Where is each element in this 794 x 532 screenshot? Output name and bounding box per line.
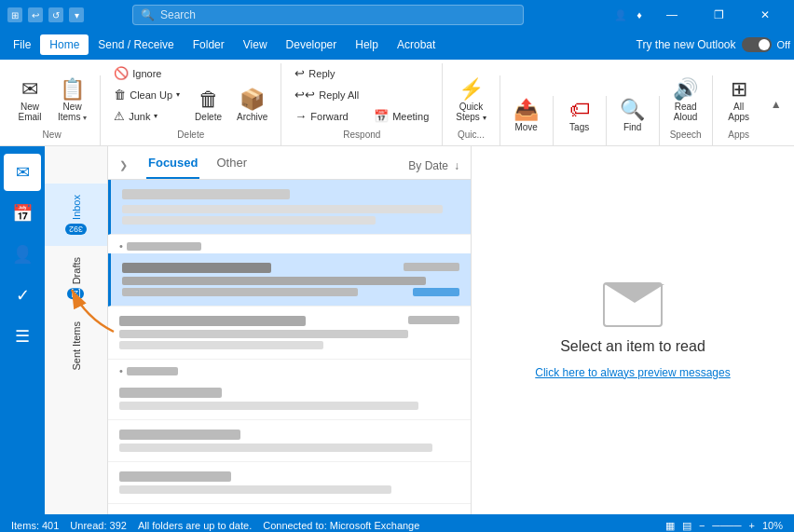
archive-label: Archive xyxy=(237,112,267,122)
search-placeholder: Search xyxy=(160,8,196,21)
undo-icon[interactable]: ↩ xyxy=(28,7,43,22)
new-email-label: NewEmail xyxy=(18,102,41,122)
new-outlook-toggle-switch[interactable] xyxy=(742,37,772,52)
junk-button[interactable]: ⚠ Junk▾ xyxy=(108,106,185,126)
ribbon-group-tags: 🏷 Tags xyxy=(554,96,607,145)
status-zoom-plus[interactable]: + xyxy=(749,520,755,531)
ribbon-find-items: 🔍 Find xyxy=(614,96,651,136)
mail-item[interactable] xyxy=(108,253,471,307)
mail-item[interactable] xyxy=(108,307,471,360)
menu-view[interactable]: View xyxy=(234,34,277,55)
ribbon-group-respond: ↩ Reply ↩↩ Reply All → Forward 📅 Meeting xyxy=(281,63,443,145)
new-email-button[interactable]: ✉ NewEmail xyxy=(11,75,48,126)
quick-access-icon[interactable]: ▾ xyxy=(69,7,84,22)
move-button[interactable]: 📤 Move xyxy=(508,96,545,136)
read-aloud-button[interactable]: 🔊 ReadAloud xyxy=(667,75,705,126)
meeting-icon: 📅 xyxy=(374,109,389,123)
diamond-icon[interactable]: ♦ xyxy=(632,7,647,22)
tags-icon: 🏷 xyxy=(569,100,590,120)
new-items-label: NewItems ▾ xyxy=(58,102,87,122)
reply-all-button[interactable]: ↩↩ Reply All xyxy=(289,85,364,104)
status-zoom-minus[interactable]: − xyxy=(699,520,705,531)
tab-other[interactable]: Other xyxy=(214,152,249,179)
ribbon-respond-items: ↩ Reply ↩↩ Reply All → Forward 📅 Meeting xyxy=(289,63,434,126)
status-view-icon-2[interactable]: ▤ xyxy=(682,520,691,532)
mail-sender-3 xyxy=(119,316,306,326)
status-unread: Unread: 392 xyxy=(70,520,127,531)
reply-label: Reply xyxy=(308,68,335,79)
quick-steps-icon: ⚡ xyxy=(459,79,484,100)
search-icon: 🔍 xyxy=(141,8,155,21)
menu-home[interactable]: Home xyxy=(40,34,89,55)
all-apps-button[interactable]: ⊞ AllApps xyxy=(720,75,758,126)
title-search-bar[interactable]: 🔍 Search xyxy=(132,5,524,25)
meeting-button[interactable]: 📅 Meeting xyxy=(368,106,434,126)
folder-sent[interactable]: Sent Items xyxy=(45,310,107,382)
clean-up-button[interactable]: 🗑 Clean Up▾ xyxy=(108,85,185,104)
mail-preview xyxy=(122,205,443,213)
reply-button[interactable]: ↩ Reply xyxy=(289,63,364,83)
reading-link[interactable]: Click here to always preview messages xyxy=(535,366,730,379)
reading-pane: Select an item to read Click here to alw… xyxy=(472,146,794,514)
ribbon: ✉ NewEmail 📋 NewItems ▾ New 🚫 Ignore 🗑 C… xyxy=(0,60,794,146)
menu-acrobat[interactable]: Acrobat xyxy=(388,34,445,55)
forward-button[interactable]: → Forward xyxy=(289,106,364,126)
mail-subject-4 xyxy=(119,402,418,410)
mail-item[interactable] xyxy=(108,378,471,420)
quick-steps-button[interactable]: ⚡ QuickSteps ▾ xyxy=(450,75,491,126)
ribbon-move-items: 📤 Move xyxy=(508,96,545,136)
nav-tasks-icon[interactable]: ✓ xyxy=(4,277,41,314)
ribbon-more-button[interactable]: ▲ xyxy=(769,63,784,145)
inbox-badge: 392 xyxy=(65,224,87,235)
new-items-button[interactable]: 📋 NewItems ▾ xyxy=(52,75,92,126)
delete-button[interactable]: 🗑 Delete xyxy=(189,86,227,126)
menu-file[interactable]: File xyxy=(4,34,40,55)
close-button[interactable]: ✕ xyxy=(744,0,787,30)
folder-drafts[interactable]: [2] Drafts xyxy=(45,246,107,310)
maximize-button[interactable]: ❐ xyxy=(697,0,740,30)
mail-list-chevron[interactable]: ❯ xyxy=(119,159,128,171)
menu-help[interactable]: Help xyxy=(346,34,388,55)
mail-sender-6 xyxy=(119,471,231,482)
section-dot-2: • xyxy=(119,365,123,376)
archive-icon: 📦 xyxy=(240,89,265,110)
menu-send-receive[interactable]: Send / Receive xyxy=(89,34,183,55)
mail-item[interactable] xyxy=(108,180,471,235)
ignore-label: Ignore xyxy=(132,68,161,79)
mail-subject-6 xyxy=(119,485,391,494)
ignore-button[interactable]: 🚫 Ignore xyxy=(108,63,185,83)
mail-sort[interactable]: By Date ↓ xyxy=(408,159,459,172)
tab-focused[interactable]: Focused xyxy=(146,152,199,179)
ribbon-tags-label xyxy=(561,140,598,142)
user-icon[interactable]: 👤 xyxy=(613,7,628,22)
clean-up-icon: 🗑 xyxy=(114,88,126,102)
mail-item[interactable] xyxy=(108,420,471,462)
nav-calendar-icon[interactable]: 📅 xyxy=(4,195,41,232)
ribbon-group-apps: ⊞ AllApps Apps xyxy=(713,75,765,145)
redo-icon[interactable]: ↺ xyxy=(48,7,63,22)
status-view-icon-1[interactable]: ▦ xyxy=(665,520,675,532)
mail-subject-5 xyxy=(119,443,432,452)
menu-developer[interactable]: Developer xyxy=(277,34,347,55)
mail-sender-5 xyxy=(119,430,240,440)
mail-tabs: ❯ Focused Other By Date ↓ xyxy=(108,146,471,180)
section-label-1 xyxy=(127,242,201,251)
ribbon-group-quicksteps: ⚡ QuickSteps ▾ Quic... xyxy=(443,75,500,145)
ignore-clean-col: 🚫 Ignore 🗑 Clean Up▾ ⚠ Junk▾ xyxy=(108,63,185,126)
tags-button[interactable]: 🏷 Tags xyxy=(561,96,598,136)
ribbon-find-label xyxy=(614,140,651,142)
mail-item[interactable] xyxy=(108,462,471,504)
nav-mail-icon[interactable]: ✉ xyxy=(4,154,41,191)
archive-button[interactable]: 📦 Archive xyxy=(231,86,273,126)
folder-inbox[interactable]: 392 Inbox xyxy=(45,184,107,246)
delete-icon: 🗑 xyxy=(198,89,219,110)
mail-tag-2 xyxy=(413,288,459,296)
menu-right: Try the new Outlook Off xyxy=(637,37,790,52)
ribbon-apps-items: ⊞ AllApps xyxy=(720,75,758,126)
menu-folder[interactable]: Folder xyxy=(184,34,234,55)
nav-contacts-icon[interactable]: 👤 xyxy=(4,236,41,273)
nav-more-icon[interactable]: ☰ xyxy=(4,318,41,355)
ribbon-apps-label: Apps xyxy=(720,130,758,142)
find-button[interactable]: 🔍 Find xyxy=(614,96,651,136)
minimize-button[interactable]: — xyxy=(650,0,693,30)
